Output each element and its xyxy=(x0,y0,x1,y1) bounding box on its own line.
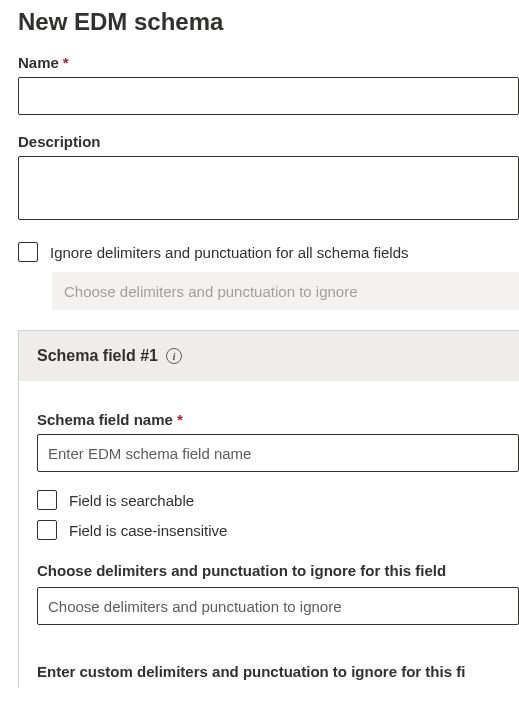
ignore-all-label: Ignore delimiters and punctuation for al… xyxy=(50,244,409,261)
description-label: Description xyxy=(0,133,519,156)
case-insensitive-checkbox-row[interactable]: Field is case-insensitive xyxy=(19,520,519,550)
ignore-all-dropdown: Choose delimiters and punctuation to ign… xyxy=(52,272,519,310)
ignore-field-label: Choose delimiters and punctuation to ign… xyxy=(19,550,519,587)
schema-field-1-body: Schema field name * Field is searchable … xyxy=(18,381,519,688)
case-insensitive-label: Field is case-insensitive xyxy=(69,522,227,539)
ignore-field-dropdown[interactable]: Choose delimiters and punctuation to ign… xyxy=(37,587,519,625)
required-asterisk: * xyxy=(63,54,69,71)
schema-field-1-title: Schema field #1 xyxy=(37,347,158,365)
case-insensitive-checkbox[interactable] xyxy=(37,520,57,540)
searchable-label: Field is searchable xyxy=(69,492,194,509)
description-input[interactable] xyxy=(18,156,519,220)
name-label: Name * xyxy=(0,54,519,77)
name-label-text: Name xyxy=(18,54,59,71)
field-name-label-text: Schema field name xyxy=(37,411,173,428)
searchable-checkbox-row[interactable]: Field is searchable xyxy=(19,490,519,520)
custom-ignore-label: Enter custom delimiters and punctuation … xyxy=(19,651,519,688)
name-input[interactable] xyxy=(18,77,519,115)
field-name-label: Schema field name * xyxy=(19,411,519,434)
page-title: New EDM schema xyxy=(0,0,519,54)
required-asterisk: * xyxy=(177,411,183,428)
info-icon[interactable]: i xyxy=(166,348,182,364)
ignore-all-checkbox-row[interactable]: Ignore delimiters and punctuation for al… xyxy=(0,238,519,272)
searchable-checkbox[interactable] xyxy=(37,490,57,510)
ignore-all-checkbox[interactable] xyxy=(18,242,38,262)
field-name-input[interactable] xyxy=(37,434,519,472)
schema-field-1-header: Schema field #1 i xyxy=(18,330,519,381)
